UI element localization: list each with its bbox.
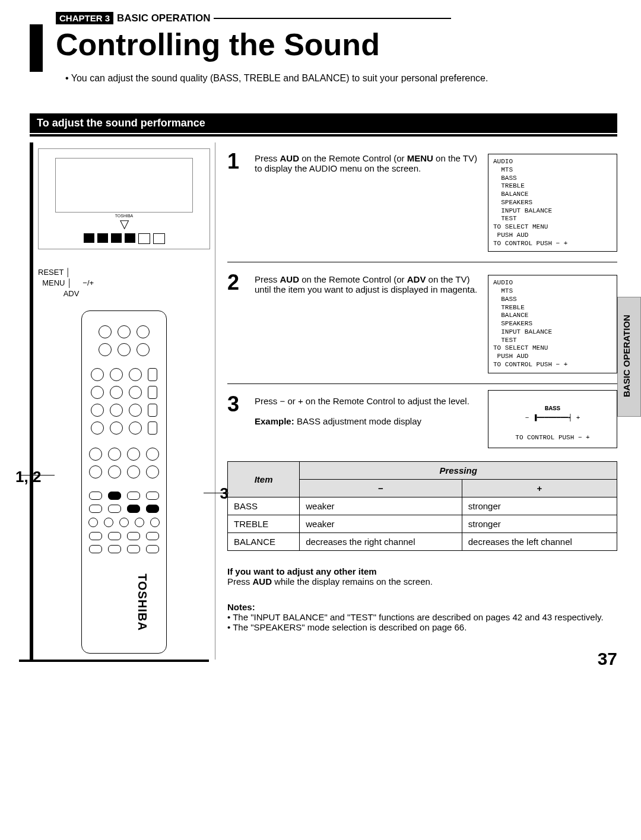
- step-1-number: 1: [227, 151, 247, 173]
- table-row: BASS weaker stronger: [228, 497, 617, 515]
- title-accent-bar: [30, 24, 43, 72]
- manual-page: CHAPTER 3 BASIC OPERATION Controlling th…: [0, 0, 641, 674]
- cell-minus: weaker: [300, 515, 462, 532]
- title-row: Controlling the Sound: [30, 24, 617, 72]
- adjust-other-text: Press AUD while the display remains on t…: [227, 576, 617, 587]
- remote-brand: TOSHIBA: [135, 573, 149, 631]
- th-item: Item: [228, 461, 300, 497]
- tv-knob-row: [84, 233, 165, 244]
- remote-diagram: TOSHIBA: [81, 310, 167, 654]
- intro-text: • You can adjust the sound quality (BASS…: [65, 73, 617, 84]
- cell-item: BALANCE: [228, 532, 300, 550]
- table-row: TREBLE weaker stronger: [228, 515, 617, 532]
- table-row: BALANCE decreases the right channel decr…: [228, 532, 617, 550]
- tv-label-menu: MENU: [42, 278, 65, 287]
- tv-arrow-down-icon: ▽: [120, 218, 129, 230]
- th-minus: −: [300, 479, 462, 497]
- left-column: TOSHIBA ▽ RESET │ MENU │ −/+ ADV: [33, 142, 215, 660]
- step-3-text: Press − or + on the Remote Control to ad…: [255, 394, 481, 426]
- osd3-label: BASS: [545, 405, 560, 412]
- step-2-text: Press AUD on the Remote Control (or ADV …: [255, 272, 481, 294]
- tv-diagram: TOSHIBA ▽: [38, 148, 210, 249]
- th-pressing: Pressing: [300, 461, 617, 479]
- step-1-row: 1 Press AUD on the Remote Control (or ME…: [227, 147, 617, 258]
- osd3-slider: − ▐━━━━━━━━┥ +: [525, 414, 580, 421]
- adjustment-table: Item Pressing − + BASS weaker stronger T…: [227, 461, 617, 551]
- callout-1-2-line: [20, 475, 55, 476]
- side-tab: BASIC OPERATION: [617, 297, 641, 417]
- notes-block: Notes: • The "INPUT BALANCE" and "TEST" …: [227, 602, 617, 632]
- adjust-other-block: If you want to adjust any other item Pre…: [227, 566, 617, 587]
- cell-plus: decreases the left channel: [462, 532, 617, 550]
- step-3-row: 3 Press − or + on the Remote Control to …: [227, 383, 617, 448]
- osd-display-3: BASS − ▐━━━━━━━━┥ + TO CONTROL PUSH − +: [488, 390, 617, 448]
- section-header: To adjust the sound performance: [30, 113, 617, 133]
- chapter-line: CHAPTER 3 BASIC OPERATION: [56, 12, 617, 24]
- left-column-bottom-rule: [19, 660, 209, 662]
- cell-plus: stronger: [462, 515, 617, 532]
- osd-display-2: AUDIO MTS BASS TREBLE BALANCE SPEAKERS I…: [488, 275, 617, 373]
- chapter-rule: [214, 18, 451, 19]
- step-1-text: Press AUD on the Remote Control (or MENU…: [255, 151, 481, 173]
- cell-minus: decreases the right channel: [300, 532, 462, 550]
- osd3-footer: TO CONTROL PUSH − +: [515, 434, 589, 441]
- chapter-text: BASIC OPERATION: [117, 12, 210, 24]
- tv-screen-rect: [55, 158, 193, 213]
- right-column: 1 Press AUD on the Remote Control (or ME…: [227, 142, 617, 662]
- osd-display-1: AUDIO MTS BASS TREBLE BALANCE SPEAKERS I…: [488, 154, 617, 252]
- callout-1-2: 1, 2: [15, 468, 41, 486]
- example-label: Example:: [255, 416, 294, 426]
- left-column-wrap: TOSHIBA ▽ RESET │ MENU │ −/+ ADV: [33, 142, 215, 662]
- step-3-number: 3: [227, 394, 247, 426]
- notes-title: Notes:: [227, 602, 617, 612]
- tv-label-adv: ADV: [64, 289, 80, 298]
- th-plus: +: [462, 479, 617, 497]
- step-2-row: 2 Press AUD on the Remote Control (or AD…: [227, 262, 617, 379]
- tv-label-pm: −/+: [82, 278, 94, 287]
- cell-minus: weaker: [300, 497, 462, 515]
- section-strip: [30, 134, 617, 137]
- callout-3-line: [204, 493, 229, 493]
- cell-item: TREBLE: [228, 515, 300, 532]
- tv-label-reset: RESET: [38, 268, 64, 277]
- page-title: Controlling the Sound: [56, 27, 380, 62]
- adjust-other-title: If you want to adjust any other item: [227, 566, 617, 576]
- cell-plus: stronger: [462, 497, 617, 515]
- step-2-number: 2: [227, 272, 247, 294]
- callout-3: 3: [220, 484, 229, 503]
- note-2: • The "SPEAKERS" mode selection is descr…: [227, 622, 617, 632]
- note-1: • The "INPUT BALANCE" and "TEST" functio…: [227, 612, 617, 622]
- page-number: 37: [598, 649, 617, 669]
- tv-labels: RESET │ MENU │ −/+ ADV: [38, 267, 210, 300]
- content-area: TOSHIBA ▽ RESET │ MENU │ −/+ ADV: [30, 142, 617, 662]
- example-text: BASS adjustment mode display: [297, 416, 421, 426]
- side-tab-label: BASIC OPERATION: [621, 296, 632, 397]
- chapter-box: CHAPTER 3: [56, 12, 113, 24]
- cell-item: BASS: [228, 497, 300, 515]
